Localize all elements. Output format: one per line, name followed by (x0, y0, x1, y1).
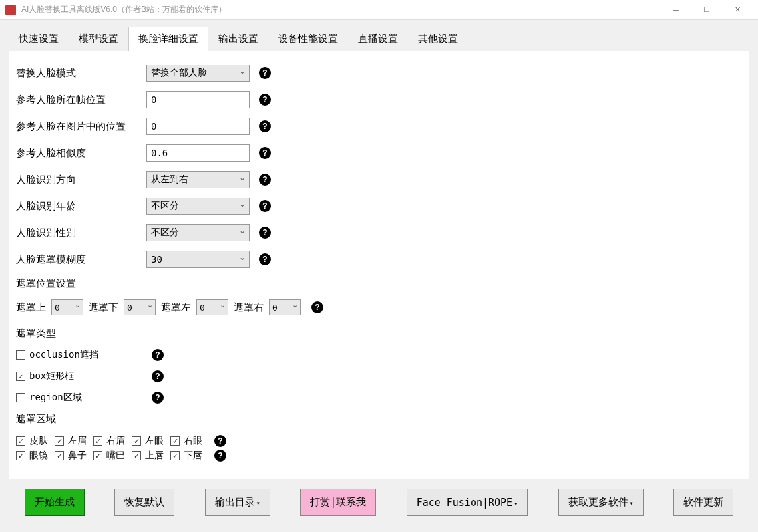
titlebar: AI人脸替换工具离线版V6.0（作者B站：万能君的软件库） ─ ☐ ✕ (0, 0, 758, 20)
region-checkbox[interactable]: region区域 (16, 392, 142, 404)
help-icon[interactable]: ? (259, 94, 271, 106)
tab-performance[interactable]: 设备性能设置 (268, 27, 348, 51)
region-left-brow[interactable]: 左眉 (55, 435, 87, 447)
face-fusion-button[interactable]: Face Fusion|ROPE (407, 489, 528, 516)
occlusion-checkbox[interactable]: occlusion遮挡 (16, 349, 142, 361)
app-icon (5, 5, 16, 15)
window-title: AI人脸替换工具离线版V6.0（作者B站：万能君的软件库） (21, 4, 661, 15)
help-icon[interactable]: ? (259, 200, 271, 212)
help-icon[interactable]: ? (259, 147, 271, 159)
region-nose[interactable]: 鼻子 (55, 450, 87, 462)
donate-button[interactable]: 打赏|联系我 (300, 489, 376, 516)
tab-live[interactable]: 直播设置 (348, 27, 408, 51)
close-button[interactable]: ✕ (722, 0, 753, 20)
mask-right-label: 遮罩右 (234, 301, 264, 314)
age-label: 人脸识别年龄 (16, 200, 142, 213)
direction-select[interactable] (146, 171, 250, 188)
restore-button[interactable]: 恢复默认 (114, 489, 174, 516)
region-mouth[interactable]: 嘴巴 (93, 450, 125, 462)
region-lower-lip[interactable]: 下唇 (170, 450, 202, 462)
tab-bar: 快速设置 模型设置 换脸详细设置 输出设置 设备性能设置 直播设置 其他设置 (9, 27, 749, 51)
button-bar: 开始生成 恢复默认 输出目录 打赏|联系我 Face Fusion|ROPE 获… (9, 479, 749, 525)
ref-frame-input[interactable] (146, 91, 250, 108)
mask-type-title: 遮罩类型 (16, 327, 742, 340)
box-label: box矩形框 (29, 370, 74, 382)
more-software-button[interactable]: 获取更多软件 (558, 489, 644, 516)
help-icon[interactable]: ? (152, 392, 164, 404)
blur-select[interactable] (146, 251, 250, 268)
mask-region-title: 遮罩区域 (16, 413, 742, 426)
tab-output[interactable]: 输出设置 (208, 27, 268, 51)
help-icon[interactable]: ? (214, 450, 226, 462)
mask-bottom-label: 遮罩下 (89, 301, 118, 314)
age-select[interactable] (146, 198, 250, 215)
help-icon[interactable]: ? (259, 253, 271, 265)
mask-top-select[interactable] (51, 299, 83, 315)
region-skin[interactable]: 皮肤 (16, 435, 48, 447)
region-right-eye[interactable]: 右眼 (170, 435, 202, 447)
help-icon[interactable]: ? (259, 174, 271, 186)
blur-label: 人脸遮罩模糊度 (16, 253, 142, 266)
region-glasses[interactable]: 眼镜 (16, 450, 48, 462)
tab-content: 替换人脸模式 ? 参考人脸所在帧位置 ? 参考人脸在图片中的位置 ? 参考人脸相… (9, 51, 749, 479)
ref-pos-input[interactable] (146, 118, 250, 135)
face-mode-label: 替换人脸模式 (16, 67, 142, 80)
box-checkbox[interactable]: box矩形框 (16, 370, 142, 382)
help-icon[interactable]: ? (259, 120, 271, 132)
face-mode-select[interactable] (146, 65, 250, 82)
tab-model[interactable]: 模型设置 (69, 27, 128, 51)
ref-pos-label: 参考人脸在图片中的位置 (16, 120, 142, 133)
region-label: region区域 (29, 392, 82, 404)
direction-label: 人脸识别方向 (16, 174, 142, 186)
tab-quick[interactable]: 快速设置 (9, 27, 69, 51)
mask-left-label: 遮罩左 (161, 301, 191, 314)
help-icon[interactable]: ? (259, 67, 271, 79)
occlusion-label: occlusion遮挡 (29, 349, 98, 361)
help-icon[interactable]: ? (311, 301, 323, 313)
similarity-label: 参考人脸相似度 (16, 147, 142, 160)
minimize-button[interactable]: ─ (661, 0, 691, 20)
region-upper-lip[interactable]: 上唇 (132, 450, 164, 462)
output-dir-button[interactable]: 输出目录 (205, 489, 270, 516)
mask-top-label: 遮罩上 (16, 301, 46, 314)
similarity-input[interactable] (146, 144, 250, 162)
maximize-button[interactable]: ☐ (691, 0, 722, 20)
help-icon[interactable]: ? (259, 227, 271, 239)
update-button[interactable]: 软件更新 (673, 489, 733, 516)
region-right-brow[interactable]: 右眉 (93, 435, 125, 447)
mask-left-select[interactable] (196, 299, 228, 315)
mask-bottom-select[interactable] (124, 299, 156, 315)
tab-other[interactable]: 其他设置 (408, 27, 468, 51)
start-button[interactable]: 开始生成 (25, 489, 85, 516)
ref-frame-label: 参考人脸所在帧位置 (16, 94, 142, 106)
tab-faceswap-detail[interactable]: 换脸详细设置 (128, 27, 208, 51)
help-icon[interactable]: ? (152, 349, 164, 361)
mask-position-title: 遮罩位置设置 (16, 277, 742, 290)
mask-right-select[interactable] (269, 299, 301, 315)
gender-label: 人脸识别性别 (16, 227, 142, 239)
gender-select[interactable] (146, 224, 250, 241)
help-icon[interactable]: ? (214, 435, 226, 447)
region-left-eye[interactable]: 左眼 (132, 435, 164, 447)
help-icon[interactable]: ? (152, 370, 164, 382)
